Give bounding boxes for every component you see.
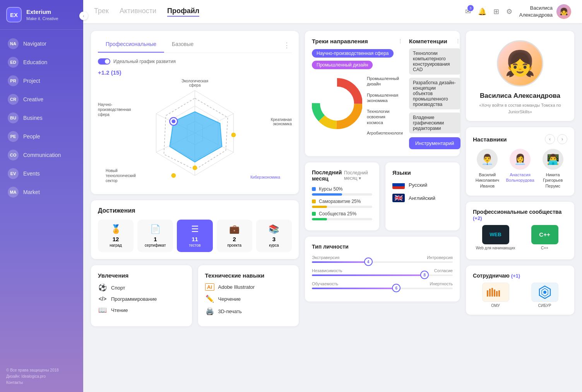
mentor-nikita-avatar: 👨‍💻 [543,149,563,170]
month-select[interactable]: Последний месяц ▾ [344,170,372,181]
mentor-vasily[interactable]: 👨‍💼 Василий Николаевич Иванов [473,149,502,189]
collab-sibur-logo [531,283,558,302]
community-cpp[interactable]: C++ C++ [522,225,567,250]
grid-icon[interactable]: ⊞ [493,7,499,16]
mentor-anastasia[interactable]: 👩‍💼 Анастасия Вольнорудова [506,149,535,189]
sibur-svg [538,285,552,299]
competencies-more-icon[interactable]: ⋮ [455,38,460,44]
skills-card: Технические навыки Ai Adobe Illustrator … [198,265,299,326]
month-title: Последний месяц [312,169,344,182]
scale-extraversion-left: Экстраверсия [312,255,339,260]
mentor-nikita-name: Никита Григорьев Перумс [538,172,567,189]
mentors-title: Наставники [473,136,507,143]
tab-trek[interactable]: Трек [94,7,109,17]
sidebar-collapse-button[interactable]: ‹ [79,12,88,20]
profile-quote: «Хочу войти в состав команды Томска по J… [473,102,567,115]
competency-tag-3[interactable]: Владение графическими редакторами [409,112,460,133]
competencies-header: Компетенции ⋮ [409,38,460,44]
user-menu[interactable]: ВасилисаАлександрова 👧 [519,4,571,19]
scale-learnability: Обучаемость Инертность 6 [312,281,453,289]
middle-column: Треки направления ⋮ Научно-производствен… [305,31,460,384]
settings-icon[interactable]: ⚙ [506,7,512,16]
tests-count: 11 [180,236,209,242]
achievement-awards[interactable]: 🏅 12 наград [98,220,134,252]
scale-independence-fill [312,274,425,276]
tab-profile[interactable]: Профайл [167,7,199,17]
collab-sibur[interactable]: СИБУР [522,283,567,308]
collab-omu[interactable]: ОМУ [473,283,518,308]
badge-promdesign[interactable]: Промышленный дизайн [312,61,373,69]
radar-label-right: Креативнаяэкономика [271,118,292,126]
hobby-coding: </> Программирование [98,296,185,302]
tracks-competencies-card: Треки направления ⋮ Научно-производствен… [305,31,460,156]
radar-more-icon[interactable]: ⋮ [282,38,292,53]
progress-self: Саморазвитие 25% [312,199,372,208]
tab-basic[interactable]: Базовые [164,38,201,53]
mentor-nikita[interactable]: 👨‍💻 Никита Григорьев Перумс [538,149,567,189]
cert-icon: 📄 [140,224,170,234]
badge-nauchno[interactable]: Научно-производственная сфера [312,49,394,58]
tests-label: тестов [180,243,209,247]
sidebar-item-people[interactable]: PE People [0,127,83,146]
sidebar-label-education: Education [23,59,47,65]
sidebar-brand: Exterium Make it. Creative [26,8,58,21]
tracks-more-icon[interactable]: ⋮ [398,38,403,44]
profile-name: Василиса Александрова [480,92,560,100]
courses-icon: 📚 [259,224,289,234]
competency-tag-2[interactable]: Разработка дизайн-концепции объектов про… [409,78,460,109]
sidebar-item-education[interactable]: ED Education [0,53,83,72]
tab-activities[interactable]: Активности [120,7,156,17]
hobby-reading-label: Чтение [111,307,128,313]
tab-professional[interactable]: Профессиональные [98,38,164,53]
achievement-tests[interactable]: ☰ 11 тестов [177,220,212,252]
sidebar-item-market[interactable]: MA Market [0,183,83,201]
community-dot [312,212,316,216]
sidebar-item-creative[interactable]: CR Creative [0,90,83,109]
mentor-next-arrow[interactable]: › [557,134,567,144]
profile-avatar: 👧 [497,40,543,87]
achievement-cert[interactable]: 📄 1 сертификат [137,220,173,252]
right-column: 👧 Василиса Александрова «Хочу войти в со… [466,31,574,384]
topbar-nav: Трек Активности Профайл [94,7,199,17]
sidebar-item-events[interactable]: EV Events [0,164,83,183]
language-english: 🇬🇧 Английский [392,194,453,202]
mentor-anastasia-avatar: 👩‍💼 [510,149,531,170]
svg-rect-18 [489,289,491,297]
hobby-coding-label: Программирование [111,296,157,302]
sidebar-nav: NA Navigator ED Education PR Project CR … [0,30,83,361]
competency-tag-1[interactable]: Технологии компьютерного конструирования… [409,48,460,75]
sidebar-item-project[interactable]: PR Project [0,72,83,90]
personality-card: Тип личности Экстраверсия Интроверсия 4 [305,237,460,302]
sidebar-label-events: Events [23,170,40,177]
sidebar-abbr-bu: BU [8,112,19,123]
self-dot [312,199,316,203]
bell-icon[interactable]: 🔔 [478,7,486,16]
sidebar-label-navigator: Navigator [23,41,46,47]
mentor-prev-arrow[interactable]: ‹ [545,134,555,144]
skill-illustrator: Ai Adobe Illustrator [205,283,292,291]
footer-contacts[interactable]: Контакты [6,380,77,386]
competency-btn[interactable]: Инструментарий [409,137,460,149]
self-fill [312,206,327,208]
mail-icon[interactable]: ✉ 3 [465,7,471,16]
mail-badge: 3 [467,5,474,11]
scale-learnability-right: Инертность [430,281,453,286]
courses-pct-label: Курсы 50% [319,186,343,192]
achievement-courses[interactable]: 📚 3 курса [256,220,292,252]
competencies-section: Компетенции ⋮ Технологии компьютерного к… [409,38,460,149]
sidebar-item-busines[interactable]: BU Busines [0,109,83,127]
sidebar-item-navigator[interactable]: NA Navigator [0,34,83,53]
ideal-toggle-switch[interactable] [98,58,110,65]
personality-title: Тип личности [312,244,453,250]
scale-learnability-labels: Обучаемость Инертность [312,281,453,286]
mentor-vasily-name: Василий Николаевич Иванов [473,172,502,189]
scale-independence-labels: Независимость Согласие [312,268,453,273]
sidebar-label-market: Market [23,189,40,195]
collab-omu-logo [482,283,509,302]
community-web[interactable]: WEB Web для начинающих [473,225,518,250]
left-column: Профессиональные Базовые ⋮ Идеальный гра… [91,31,299,384]
achievement-projects[interactable]: 💼 2 проекта [217,220,252,252]
main-area: Трек Активности Профайл ✉ 3 🔔 ⊞ ⚙ Васили… [83,0,582,392]
sidebar-item-communication[interactable]: CO Communication [0,146,83,164]
sidebar-abbr-pe: PE [8,131,19,142]
